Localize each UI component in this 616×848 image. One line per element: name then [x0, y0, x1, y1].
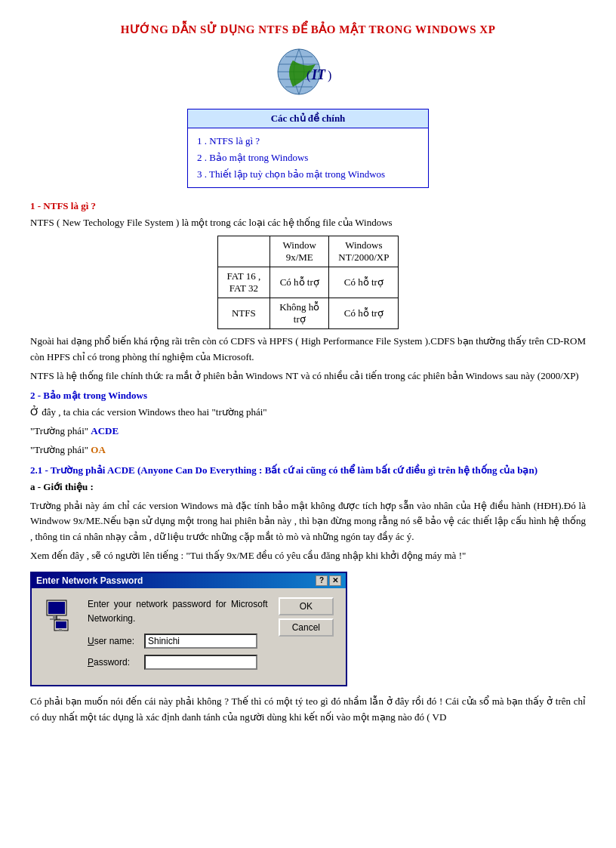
toc-link-1[interactable]: 1 . NTFS là gì ? [197, 133, 419, 150]
network-icon [44, 597, 80, 676]
dialog-username-row: User name: [88, 634, 268, 649]
toc-body[interactable]: 1 . NTFS là gì ? 2 . Bảo mật trong Windo… [188, 128, 429, 188]
section1-para2: NTFS là hệ thống file chính thức ra mắt … [30, 368, 586, 384]
dialog-titlebar-controls[interactable]: ? ✕ [316, 575, 341, 586]
dialog-title: Enter Network Password [36, 575, 143, 586]
svg-text:IT: IT [311, 67, 326, 82]
page-title: HƯỚNG DẪN SỬ DỤNG NTFS ĐỂ BẢO MẬT TRONG … [30, 23, 586, 36]
logo-area: IT ( ) [30, 45, 586, 101]
dialog-content: Enter your network password for Microsof… [32, 588, 346, 685]
dialog-main: Enter your network password for Microsof… [88, 597, 268, 676]
dialog-box: Enter Network Password ? ✕ [30, 572, 347, 686]
dialog-close-btn[interactable]: ✕ [329, 575, 341, 586]
svg-rect-15 [56, 621, 66, 628]
section2-para1: Ở đây , ta chia các version Windows theo… [30, 405, 586, 421]
section21-para3: Có phải bạn muốn nói đến cái này phải kh… [30, 694, 586, 726]
toc-link-3[interactable]: 3 . Thiết lập tuỳ chọn bảo mật trong Win… [197, 166, 419, 183]
section1-heading: 1 - NTFS là gì ? [30, 200, 586, 212]
dialog-titlebar: Enter Network Password ? ✕ [32, 573, 346, 588]
dialog-cancel-button[interactable]: Cancel [279, 618, 334, 637]
section21-heading: 2.1 - Trường phải ACDE (Anyone Can Do Ev… [30, 464, 586, 476]
toc-table: Các chủ đề chính 1 . NTFS là gì ? 2 . Bả… [187, 109, 429, 188]
dialog-password-input[interactable] [144, 655, 257, 670]
svg-text:(: ( [306, 69, 310, 82]
svg-text:): ) [328, 69, 331, 82]
svg-rect-11 [48, 602, 65, 614]
dialog-username-label: User name: [88, 636, 144, 646]
toc-header: Các chủ đề chính [188, 109, 429, 128]
svg-rect-17 [57, 631, 64, 631]
section2-camp2: "Trường phái" OA [30, 443, 586, 458]
dialog-username-input[interactable] [144, 634, 257, 649]
dialog-ok-button[interactable]: OK [279, 597, 334, 615]
section21-para2: Xem đến đây , sẽ có người lên tiếng : "T… [30, 548, 586, 564]
toc-link-2[interactable]: 2 . Bảo mật trong Windows [197, 150, 419, 166]
logo-icon: IT ( ) [270, 45, 346, 98]
dialog-message: Enter your network password for Microsof… [88, 597, 268, 626]
section1-intro: NTFS ( New Techology File System ) là mộ… [30, 215, 586, 231]
section2-camp1: "Trường phái" ACDE [30, 424, 586, 439]
fs-table: Window9x/ME WindowsNT/2000/XP FAT 16 ,FA… [217, 236, 399, 329]
section21-sub: a - Giới thiệu : [30, 481, 94, 492]
dialog-password-label: Password: [88, 657, 144, 668]
dialog-help-btn[interactable]: ? [316, 575, 328, 586]
section21-para1: Trường phải này ám chỉ các version Windo… [30, 498, 586, 545]
dialog-overlay: Enter Network Password ? ✕ [30, 572, 586, 686]
dialog-password-row: Password: [88, 655, 268, 670]
section1-para1: Ngoài hai dạng phổ biến khá rộng rãi trê… [30, 334, 586, 365]
section2-heading: 2 - Bảo mật trong Windows [30, 390, 586, 402]
dialog-action-buttons: OK Cancel [279, 597, 334, 676]
